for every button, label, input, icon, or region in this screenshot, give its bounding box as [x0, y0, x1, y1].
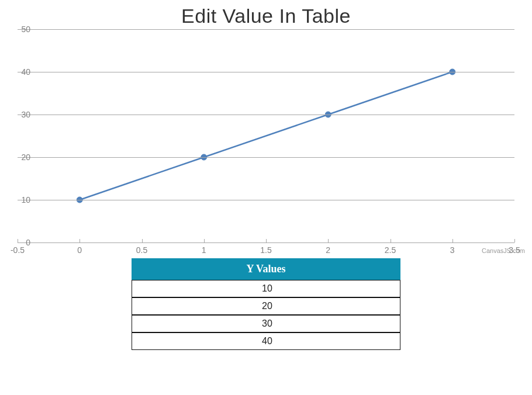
table-row: [132, 332, 400, 350]
x-axis-tick-label: 2: [326, 245, 330, 255]
value-cell[interactable]: [132, 315, 400, 332]
table-row: [132, 315, 400, 332]
value-cell[interactable]: [132, 332, 400, 350]
x-axis-tick: [18, 239, 18, 242]
gridline: [18, 242, 514, 243]
table-row: [132, 297, 400, 315]
gridline: [18, 72, 514, 72]
gridline: [18, 200, 514, 200]
line-series: [18, 29, 514, 242]
line-segment: [80, 157, 204, 200]
table-body: [132, 280, 400, 350]
y-axis-tick-label: 40: [7, 67, 30, 77]
gridline: [18, 29, 514, 30]
gridline: [18, 157, 514, 158]
x-axis-tick: [80, 239, 80, 242]
y-axis-tick-label: 10: [7, 195, 30, 205]
line-segment: [204, 115, 329, 157]
x-axis-tick: [204, 239, 205, 242]
table-row: [132, 280, 400, 297]
line-segment: [328, 72, 452, 115]
credit-link[interactable]: CanvasJS.com: [482, 247, 525, 254]
values-table: Y Values: [132, 258, 400, 350]
value-input[interactable]: [134, 300, 400, 312]
x-axis-tick-label: 0: [77, 245, 82, 255]
chart-title: Edit Value In Table: [0, 5, 532, 27]
value-input[interactable]: [134, 318, 400, 330]
x-axis-tick-label: 0.5: [136, 245, 147, 255]
y-axis-tick-label: 30: [7, 110, 30, 119]
x-axis-tick-label: 2.5: [385, 245, 396, 255]
y-axis-tick-label: 20: [7, 153, 30, 162]
x-axis-tick-label: 3: [450, 245, 455, 255]
x-axis-tick-label: 1: [202, 245, 206, 255]
x-axis-tick: [266, 239, 267, 242]
x-axis-tick-label: 1.5: [260, 245, 271, 255]
value-cell[interactable]: [132, 297, 400, 315]
value-input[interactable]: [134, 283, 400, 294]
chart-plot-area: 01020304050-0.500.511.522.533.5: [18, 29, 514, 242]
x-axis-tick: [328, 239, 329, 242]
y-axis-tick-label: 50: [7, 25, 30, 34]
table-header: Y Values: [132, 258, 400, 280]
x-axis-tick: [142, 239, 143, 242]
value-cell[interactable]: [132, 280, 400, 297]
x-axis-tick: [391, 239, 391, 242]
x-axis-tick: [514, 239, 515, 242]
x-axis-tick: [452, 239, 453, 242]
value-input[interactable]: [134, 335, 400, 347]
gridline: [18, 115, 514, 115]
x-axis-tick-label: -0.5: [11, 245, 25, 255]
